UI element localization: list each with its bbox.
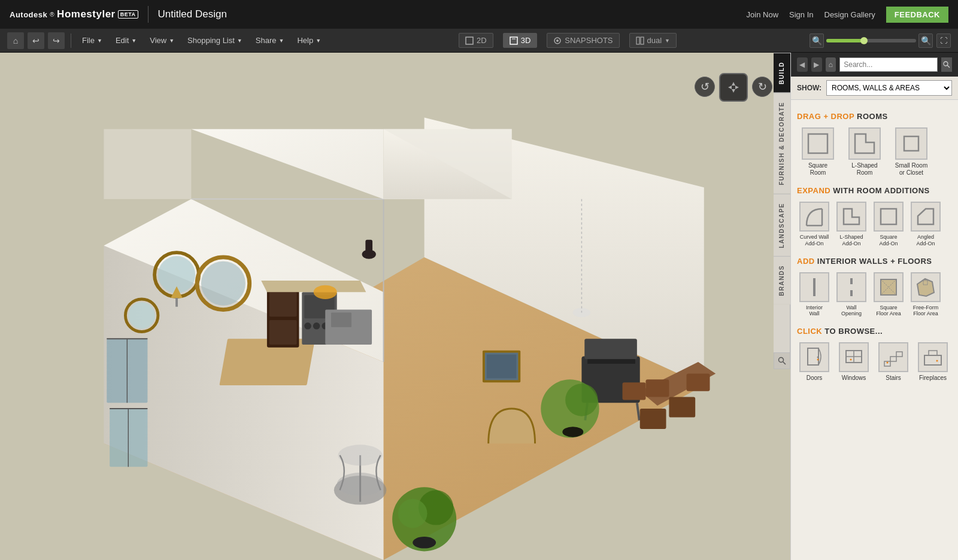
panel-home-button[interactable]: ⌂ [826,57,836,72]
square-addon-item[interactable]: SquareAdd-On [871,199,906,249]
2d-view-button[interactable]: 2D [459,33,493,48]
panel-forward-button[interactable]: ▶ [811,57,822,72]
3d-view-button[interactable]: 3D [503,33,538,48]
browse-section-header: CLICK TO BROWSE... [797,325,952,336]
wall-opening-item[interactable]: WallOpening [834,270,869,320]
doors-item[interactable]: Doors [797,340,832,384]
angled-addon-item[interactable]: AngledAdd-On [908,199,943,249]
zoom-in-button[interactable]: 🔍 [918,34,933,48]
canvas-area[interactable]: ↺ ↻ [0,53,790,560]
landscape-tab[interactable]: LANDSCAPE [774,194,790,257]
doors-label: Doors [807,375,823,382]
curved-wall-item[interactable]: Curved WallAdd-On [797,199,832,249]
panel-search-button[interactable] [941,57,952,72]
feedback-button[interactable]: FEEDBACK [886,7,948,23]
fireplaces-label: Fireplaces [919,375,947,382]
rooms-normal: ROOMS [857,112,888,121]
rooms-highlight: DRAG + DROP [797,112,854,121]
interior-wall-label: InteriorWall [806,305,823,318]
svg-point-41 [313,322,320,330]
addons-grid: Curved WallAdd-On L-ShapedAdd-On SquareA… [797,199,952,249]
svg-rect-48 [365,240,372,255]
l-shaped-room-label: L-ShapedRoom [851,162,877,176]
help-menu[interactable]: Help▼ [292,34,326,47]
svg-marker-21 [104,129,191,199]
small-room-label: Small Roomor Closet [895,162,927,176]
svg-point-67 [562,427,583,437]
svg-rect-99 [808,348,818,365]
l-shaped-room-box [848,127,881,160]
interior-wall-item[interactable]: InteriorWall [797,270,832,320]
svg-rect-85 [904,136,918,151]
toolbar-center: 2D 3D SNAPSHOTS dual ▼ [331,33,805,48]
wall-opening-label: WallOpening [841,305,862,318]
fireplaces-box [918,342,948,372]
home-button[interactable]: ⌂ [7,32,24,49]
top-bar-left: Autodesk ® Homestyler BETA Untitled Desi… [10,6,227,23]
svg-point-100 [817,357,819,358]
redo-button[interactable]: ↪ [48,32,65,49]
show-select[interactable]: ROOMS, WALLS & AREAS [826,80,952,96]
svg-rect-36 [269,292,297,316]
l-shaped-room-item[interactable]: L-ShapedRoom [844,125,886,179]
zoom-bar: 🔍 🔍 [810,34,933,48]
design-gallery-link[interactable]: Design Gallery [824,10,875,19]
svg-point-63 [398,499,428,528]
l-shaped-addon-item[interactable]: L-ShapedAdd-On [834,199,869,249]
interior-wall-box [799,272,829,302]
shopping-list-menu[interactable]: Shopping List▼ [183,34,247,47]
windows-item[interactable]: Windows [836,340,871,384]
stairs-item[interactable]: Stairs [876,340,911,384]
sign-in-link[interactable]: Sign In [789,10,813,19]
square-room-item[interactable]: SquareRoom [797,125,839,179]
svg-marker-90 [918,209,933,224]
svg-point-66 [565,384,598,416]
small-room-item[interactable]: Small Roomor Closet [890,125,932,179]
square-addon-label: SquareAdd-On [879,234,898,247]
tab-spacer [774,305,790,352]
svg-rect-6 [641,37,644,44]
file-menu[interactable]: File▼ [77,34,107,47]
app-logo: Autodesk ® Homestyler BETA [10,8,138,20]
panel-back-button[interactable]: ◀ [797,57,808,72]
angled-addon-label: AngledAdd-On [916,234,935,247]
toolbar: ⌂ ↩ ↪ File▼ Edit▼ View▼ Shopping List▼ S… [0,29,958,53]
svg-point-40 [304,322,311,330]
brands-tab[interactable]: BRANDS [774,256,790,305]
view-menu[interactable]: View▼ [145,34,179,47]
stairs-label: Stairs [886,375,901,382]
svg-rect-52 [587,359,635,364]
addons-highlight: EXPAND [797,186,830,195]
svg-marker-88 [844,209,859,224]
svg-rect-37 [269,320,297,345]
svg-rect-74 [487,354,517,378]
snapshots-button[interactable]: SNAPSHOTS [547,33,619,48]
build-tab[interactable]: BUILD [774,53,790,93]
zoom-out-button[interactable]: 🔍 [810,34,824,48]
svg-rect-5 [636,37,639,44]
join-now-link[interactable]: Join Now [747,10,778,19]
square-floor-item[interactable]: SquareFloor Area [871,270,906,320]
freeform-floor-label: Free-FormFloor Area [913,305,939,318]
windows-box [839,342,869,372]
square-floor-label: SquareFloor Area [876,305,901,318]
svg-marker-44 [261,281,366,292]
edit-menu[interactable]: Edit▼ [111,34,141,47]
share-menu[interactable]: Share▼ [251,34,289,47]
svg-rect-0 [466,37,473,44]
panel-search-icon-button[interactable] [774,352,790,369]
dual-button[interactable]: dual ▼ [629,33,677,48]
panel-header: ◀ ▶ ⌂ [791,53,958,77]
svg-point-105 [850,359,852,361]
freeform-floor-item[interactable]: Free-FormFloor Area [908,270,943,320]
fireplaces-item[interactable]: Fireplaces [915,340,950,384]
undo-button[interactable]: ↩ [28,32,44,49]
addons-section-header: EXPAND WITH ROOM ADDITIONS [797,185,952,196]
furnish-tab[interactable]: FURNISH & DECORATE [774,93,790,194]
zoom-slider[interactable] [826,39,916,42]
panel-search-input[interactable] [839,57,938,72]
logo-divider [148,6,148,23]
design-title[interactable]: Untitled Design [158,8,227,20]
homestyler-label: Homestyler [57,8,116,20]
fullscreen-button[interactable]: ⛶ [936,34,951,48]
